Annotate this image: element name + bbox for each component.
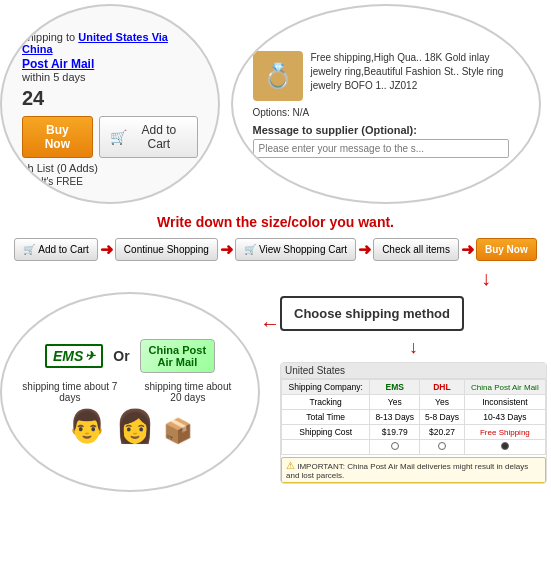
col-china-post: China Post Air Mail bbox=[464, 380, 545, 395]
important-note-text: IMPORTANT: China Post Air Mail deliverie… bbox=[286, 462, 528, 480]
message-input[interactable] bbox=[253, 139, 509, 158]
buy-now-button[interactable]: Buy Now bbox=[22, 116, 93, 158]
china-post-cost: Free Shipping bbox=[464, 425, 545, 440]
step-add-to-cart[interactable]: 🛒 Add to Cart bbox=[14, 238, 98, 261]
ems-cost: $19.79 bbox=[370, 425, 420, 440]
left-arrow-container: ← bbox=[260, 292, 280, 492]
ems-radio-btn[interactable] bbox=[391, 442, 399, 450]
china-post-time: shipping time about 20 days bbox=[138, 381, 238, 403]
product-row: 💍 Free shipping,High Qua.. 18K Gold inla… bbox=[253, 51, 509, 101]
cost-label: Shipping Cost bbox=[282, 425, 370, 440]
step-check-label: Check all items bbox=[382, 244, 450, 255]
table-row-radio bbox=[282, 440, 546, 455]
step-check-items[interactable]: Check all items bbox=[373, 238, 459, 261]
china-post-time-val: 10-43 Days bbox=[464, 410, 545, 425]
ems-time: 8-13 Days bbox=[370, 410, 420, 425]
options-value: N/A bbox=[293, 107, 310, 118]
arrow-2: ➜ bbox=[220, 240, 233, 259]
arrow-down-red: ↓ bbox=[280, 337, 547, 358]
ems-badge: EMS ✈ bbox=[45, 344, 103, 368]
message-label: Message to supplier (Optional): bbox=[253, 124, 509, 136]
radio-empty bbox=[282, 440, 370, 455]
bottom-section: EMS ✈ Or China Post Air Mail shipping ti… bbox=[0, 292, 551, 492]
options-label: Options: bbox=[253, 107, 290, 118]
step-view-cart-label: View Shopping Cart bbox=[259, 244, 347, 255]
china-post-label: China Post Air Mail bbox=[149, 344, 206, 368]
post-air-mail: Post Air Mail bbox=[22, 57, 198, 71]
ems-header: EMS bbox=[386, 382, 404, 392]
col-dhl: DHL bbox=[420, 380, 465, 395]
table-header: United States bbox=[281, 363, 546, 379]
shipping-options-row: EMS ✈ Or China Post Air Mail bbox=[45, 339, 215, 373]
product-description: Free shipping,High Qua.. 18K Gold inlay … bbox=[311, 51, 509, 101]
step-continue-shopping[interactable]: Continue Shopping bbox=[115, 238, 218, 261]
delivery-man-icon: 👨 bbox=[67, 407, 107, 445]
dhl-time: 5-8 Days bbox=[420, 410, 465, 425]
china-post-radio[interactable] bbox=[464, 440, 545, 455]
arrow-4: ➜ bbox=[461, 240, 474, 259]
ems-text: EMS bbox=[53, 348, 83, 364]
arrow-3: ➜ bbox=[358, 240, 371, 259]
shipping-circle: shipping to United States Via China Post… bbox=[0, 4, 220, 204]
product-image: 💍 bbox=[253, 51, 303, 101]
tracking-label: Tracking bbox=[282, 395, 370, 410]
ring-icon: 💍 bbox=[263, 62, 293, 90]
choose-shipping-box: Choose shipping method bbox=[280, 296, 547, 331]
shipping-table-wrapper: United States Shipping Company: EMS DHL … bbox=[280, 362, 547, 484]
ems-time: shipping time about 7 days bbox=[22, 381, 118, 403]
step-cart-icon: 🛒 bbox=[23, 244, 35, 255]
china-post-badge: China Post Air Mail bbox=[140, 339, 215, 373]
or-text: Or bbox=[113, 348, 129, 364]
arrow-down-icon: ↓ bbox=[481, 267, 491, 290]
delivery-woman-icon: 👩 bbox=[115, 407, 155, 445]
left-circle-area: shipping to United States Via China Post… bbox=[0, 4, 220, 204]
right-circle-area: 💍 Free shipping,High Qua.. 18K Gold inla… bbox=[220, 4, 551, 204]
step-continue-label: Continue Shopping bbox=[124, 244, 209, 255]
protection-info: tion It's FREE bbox=[22, 176, 198, 187]
wish-list: sh List (0 Adds) bbox=[22, 162, 198, 174]
airplane-icon: ✈ bbox=[85, 349, 95, 363]
shipping-label: shipping to bbox=[22, 31, 75, 43]
action-buttons-row: Buy Now 🛒 Add to Cart bbox=[22, 116, 198, 158]
china-post-radio-btn[interactable] bbox=[501, 442, 509, 450]
dhl-cost: $20.27 bbox=[420, 425, 465, 440]
delivery-person-row: 👨 👩 📦 bbox=[67, 407, 193, 445]
ems-tracking: Yes bbox=[370, 395, 420, 410]
top-section: shipping to United States Via China Post… bbox=[0, 0, 551, 208]
write-down-text: Write down the size/color you want. bbox=[157, 214, 394, 230]
shipping-to-label: shipping to United States Via China bbox=[22, 31, 198, 55]
table-row-cost: Shipping Cost $19.79 $20.27 Free Shippin… bbox=[282, 425, 546, 440]
step-buy-now[interactable]: Buy Now bbox=[476, 238, 537, 261]
step-add-cart-label: Add to Cart bbox=[38, 244, 89, 255]
warning-icon: ⚠ bbox=[286, 460, 295, 471]
write-down-section: Write down the size/color you want. bbox=[0, 208, 551, 234]
dhl-radio[interactable] bbox=[420, 440, 465, 455]
dhl-header: DHL bbox=[433, 382, 450, 392]
step-view-cart[interactable]: 🛒 View Shopping Cart bbox=[235, 238, 356, 261]
shipping-options-circle: EMS ✈ Or China Post Air Mail shipping ti… bbox=[0, 292, 260, 492]
product-circle: 💍 Free shipping,High Qua.. 18K Gold inla… bbox=[231, 4, 541, 204]
arrow-left-icon: ← bbox=[260, 312, 280, 335]
col-company: Shipping Company: bbox=[282, 380, 370, 395]
time-label: Total Time bbox=[282, 410, 370, 425]
step-buy-now-label: Buy Now bbox=[485, 244, 528, 255]
add-to-cart-button[interactable]: 🛒 Add to Cart bbox=[99, 116, 198, 158]
china-post-tracking: Inconsistent bbox=[464, 395, 545, 410]
important-note: ⚠ IMPORTANT: China Post Air Mail deliver… bbox=[281, 457, 546, 483]
ems-logo: EMS ✈ bbox=[45, 344, 103, 368]
arrow-1: ➜ bbox=[100, 240, 113, 259]
options-line: Options: N/A bbox=[253, 107, 509, 118]
shipping-times-row: shipping time about 7 days shipping time… bbox=[22, 381, 238, 403]
ems-radio[interactable] bbox=[370, 440, 420, 455]
choose-shipping-label: Choose shipping method bbox=[280, 296, 464, 331]
dhl-tracking: Yes bbox=[420, 395, 465, 410]
within-days: within 5 days bbox=[22, 71, 198, 83]
shipping-table: Shipping Company: EMS DHL China Post Air… bbox=[281, 379, 546, 455]
col-ems: EMS bbox=[370, 380, 420, 395]
bottom-right-area: Choose shipping method ↓ United States S… bbox=[280, 292, 551, 492]
dhl-radio-btn[interactable] bbox=[438, 442, 446, 450]
cart-icon: 🛒 bbox=[110, 129, 127, 145]
add-to-cart-label: Add to Cart bbox=[131, 123, 187, 151]
step-view-cart-icon: 🛒 bbox=[244, 244, 256, 255]
arrow-down-container: ↓ bbox=[0, 267, 551, 290]
